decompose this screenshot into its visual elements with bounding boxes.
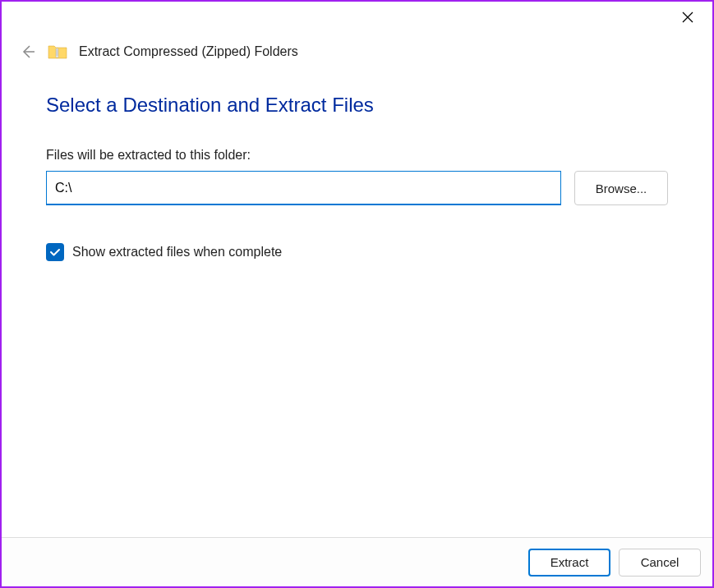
extract-button[interactable]: Extract — [528, 549, 610, 577]
cancel-button[interactable]: Cancel — [619, 549, 701, 577]
wizard-header: Extract Compressed (Zipped) Folders — [2, 2, 712, 69]
browse-button[interactable]: Browse... — [574, 171, 668, 205]
destination-path-input[interactable] — [46, 171, 561, 205]
checkmark-icon — [49, 246, 61, 258]
close-button[interactable] — [671, 5, 704, 30]
page-heading: Select a Destination and Extract Files — [46, 94, 668, 117]
back-button[interactable] — [18, 43, 36, 61]
checkbox-label: Show extracted files when complete — [72, 245, 282, 260]
zipped-folder-icon — [48, 44, 67, 60]
show-files-checkbox[interactable] — [46, 243, 64, 261]
close-icon — [682, 11, 693, 23]
path-label: Files will be extracted to this folder: — [46, 148, 668, 163]
back-arrow-icon — [18, 43, 36, 61]
dialog-footer: Extract Cancel — [2, 537, 712, 586]
svg-rect-3 — [56, 48, 58, 57]
wizard-title: Extract Compressed (Zipped) Folders — [79, 44, 298, 59]
wizard-content: Select a Destination and Extract Files F… — [2, 69, 712, 261]
